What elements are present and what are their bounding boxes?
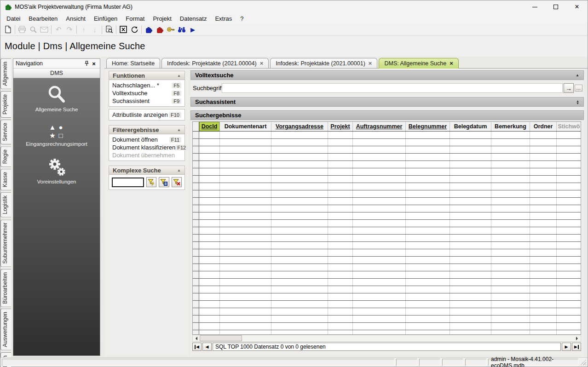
module-red-button[interactable] [154,24,165,35]
menu-item-1[interactable]: Bearbeiten [24,13,62,23]
task-item[interactable]: Dokument klassifizierenF12 [109,143,184,151]
filter-clear-button[interactable] [172,177,182,187]
suchbegriff-input[interactable] [222,83,563,93]
filterergebnisse-header[interactable]: Filterergebnisse▲ [109,125,185,134]
row-selector[interactable] [193,198,199,205]
search-binoculars-button[interactable] [176,24,187,35]
refresh-button[interactable] [129,24,140,35]
funktionen-header[interactable]: Funktionen▲ [109,71,185,80]
column-header-stichwö[interactable]: Stichwö [557,122,581,131]
row-selector[interactable] [193,205,199,212]
menu-item-2[interactable]: Ansicht [62,13,90,23]
menu-item-4[interactable]: Format [121,13,149,23]
column-header-docid[interactable]: DocId [199,122,220,131]
row-selector[interactable] [193,330,199,335]
maximize-button[interactable] [545,0,566,13]
task-item[interactable]: Attributliste anzeigenF10 [109,111,184,119]
first-record-button[interactable]: ◀ [192,343,202,351]
document-tab[interactable]: Infodesk: Projektakte (2021.00004)× [161,58,269,68]
row-selector[interactable] [193,257,199,264]
nav-group-header[interactable]: DMS [13,69,100,78]
side-tab[interactable]: Projekte [0,91,11,118]
task-item[interactable]: Nachschlagen... *F5 [109,81,184,89]
side-tab[interactable]: Auswertungen [0,309,11,350]
module-blue-button[interactable] [143,24,154,35]
filter-edit-button[interactable] [159,177,169,187]
side-tab[interactable]: Büroarbeiten [0,269,11,307]
new-document-button[interactable] [2,24,13,35]
row-selector[interactable] [193,220,199,227]
row-selector[interactable] [193,227,199,234]
row-selector[interactable] [193,235,199,241]
row-selector[interactable] [193,161,199,168]
menu-item-6[interactable]: Datensatz [176,13,211,23]
menu-item-8[interactable]: ? [236,13,248,23]
nav-item-allgemeine-suche[interactable]: Allgemeine Suche [35,84,78,112]
permissions-key-button[interactable] [165,24,176,35]
row-selector[interactable] [193,132,199,138]
row-selector[interactable] [193,308,199,315]
pin-icon[interactable] [83,60,90,67]
side-tab[interactable]: Allgemein [0,58,11,89]
previous-record-button[interactable]: ◀ [202,343,212,351]
column-header-projekt[interactable]: Projekt [328,122,353,131]
minimize-button[interactable] [524,0,545,13]
column-header-ordner[interactable]: Ordner [530,122,557,131]
row-selector[interactable] [193,315,199,322]
column-header-belegnummer[interactable]: Belegnummer [406,122,450,131]
komplexe-suche-header[interactable]: Komplexe Suche▲ [109,166,185,175]
suchergebnisse-header[interactable]: Suchergebnisse [190,110,584,120]
task-item[interactable]: Dokument öffnenF11 [109,136,184,143]
row-selector[interactable] [193,190,199,197]
komplexe-suche-input[interactable] [112,178,144,187]
document-tab[interactable]: DMS: Allgemeine Suche× [379,58,458,69]
task-item[interactable]: VolltextsucheF8 [109,89,184,97]
scroll-left-button[interactable] [193,335,200,341]
tab-close-icon[interactable]: × [369,61,372,66]
row-selector[interactable] [193,301,199,308]
row-selector[interactable] [193,176,199,183]
row-selector[interactable] [193,279,199,286]
excel-export-button[interactable] [118,24,129,35]
scrollbar-thumb[interactable] [200,335,242,341]
scroll-right-button[interactable] [574,335,581,341]
search-options-button[interactable]: … [575,85,582,92]
filter-apply-button[interactable] [146,177,156,187]
horizontal-scrollbar[interactable] [192,335,581,342]
row-selector[interactable] [193,286,199,293]
row-selector[interactable] [193,249,199,256]
column-header-belegdatum[interactable]: Belegdatum [450,122,491,131]
row-selector[interactable] [193,264,199,271]
nav-item-eingangsrechnungsimport[interactable]: ▲●★□ Eingangsrechnungsimport [26,123,87,147]
row-selector[interactable] [193,271,199,278]
close-button[interactable]: × [566,0,588,13]
side-tab[interactable]: Subunternehmer [0,219,11,267]
document-preview-button[interactable] [104,24,115,35]
side-tab[interactable]: Kasse [0,169,11,190]
row-selector[interactable] [193,293,199,300]
column-header-auftragsnummer[interactable]: Auftragsnummer [353,122,406,131]
document-tab[interactable]: Infodesk: Projektakte (2021.00001)× [270,58,377,68]
suchassistent-header[interactable]: Suchassistent ▲▼ [190,97,584,107]
row-selector[interactable] [193,323,199,330]
menu-item-5[interactable]: Projekt [149,13,175,23]
menu-item-7[interactable]: Extras [211,13,236,23]
menu-item-3[interactable]: Einfügen [90,13,121,23]
run-button[interactable]: ▶ [187,24,198,35]
side-tab[interactable]: Service [0,120,11,144]
volltextsuche-header[interactable]: Volltextsuche▲ [190,70,584,80]
nav-item-voreinstellungen[interactable]: Voreinstellungen [37,158,76,184]
row-selector[interactable] [193,139,199,146]
tab-close-icon[interactable]: × [260,61,264,66]
row-selector[interactable] [193,154,199,161]
navigation-close-icon[interactable]: × [90,60,98,67]
row-selector[interactable] [193,183,199,190]
search-go-button[interactable]: → [564,83,574,93]
tab-close-icon[interactable]: × [450,61,453,66]
next-record-button[interactable]: ▶ [562,343,571,351]
document-tab[interactable]: Home: Startseite [106,58,160,68]
column-header-dokumentenart[interactable]: Dokumentenart [220,122,271,131]
column-header-vorgangsadresse[interactable]: Vorgangsadresse [271,122,328,131]
column-header-bemerkung[interactable]: Bemerkung [491,122,530,131]
menu-item-0[interactable]: Datei [2,13,24,23]
